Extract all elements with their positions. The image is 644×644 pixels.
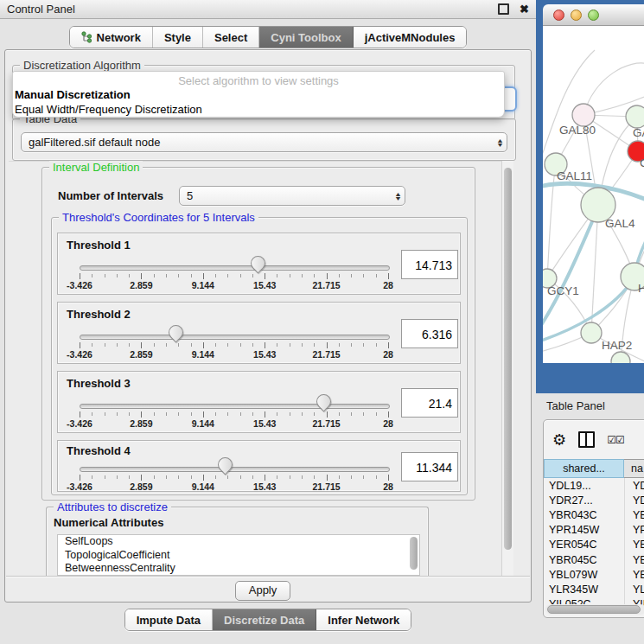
slider-track[interactable] xyxy=(80,335,390,340)
slider-major-tick xyxy=(265,273,265,279)
threshold-value-field[interactable]: 21.4 xyxy=(401,388,458,418)
cell-name: YBR0 xyxy=(624,507,644,522)
close-traffic-light-icon[interactable] xyxy=(553,10,564,21)
attribute-list-item[interactable]: SelfLoops xyxy=(58,535,419,549)
column-header-shared-name[interactable]: shared... xyxy=(544,459,624,478)
table-row[interactable]: YDR27...YDR2 xyxy=(544,493,644,507)
table-row[interactable]: YBR045CYBR0 xyxy=(544,552,644,567)
table-horizontal-scrollbar[interactable] xyxy=(545,604,644,615)
network-node[interactable] xyxy=(581,322,602,343)
number-of-intervals-label: Number of Intervals xyxy=(58,189,163,202)
column-header-name[interactable]: na xyxy=(624,459,644,478)
slider-tick-label: 2.859 xyxy=(130,481,152,492)
table-row[interactable]: YBR043CYBR0 xyxy=(544,507,644,522)
column-layout-icon[interactable] xyxy=(578,431,595,448)
tab-jactivemnodules[interactable]: jActiveMNodules xyxy=(354,27,467,48)
cell-shared-name: YDR27... xyxy=(544,494,624,507)
threshold-value-field[interactable]: 14.713 xyxy=(401,250,458,279)
slider-tick-label: 28 xyxy=(383,418,393,429)
algorithm-option[interactable]: Manual Discretization xyxy=(13,87,504,102)
slider-major-tick xyxy=(388,475,389,481)
threshold-row: Threshold 3-3.4262.8599.14415.4321.71528… xyxy=(57,371,461,433)
zoom-traffic-light-icon[interactable] xyxy=(588,10,599,21)
slider-major-tick xyxy=(203,411,204,418)
minimize-traffic-light-icon[interactable] xyxy=(571,10,582,21)
float-window-icon[interactable] xyxy=(498,3,509,15)
combo-stepper-icon: ▲▼ xyxy=(493,138,507,147)
tab-infer-network[interactable]: Infer Network xyxy=(316,609,411,630)
list-scrollbar[interactable] xyxy=(410,537,418,570)
slider-major-tick xyxy=(327,411,328,418)
cell-name: YDL1 xyxy=(624,478,644,493)
scrollbar-thumb[interactable] xyxy=(504,168,512,550)
algorithm-option[interactable]: Equal Width/Frequency Discretization xyxy=(13,102,504,117)
tab-network[interactable]: Network xyxy=(70,27,153,48)
close-icon[interactable]: ✖ xyxy=(520,3,529,15)
table-row[interactable]: YDL19...YDL1 xyxy=(544,478,644,493)
tab-cyni-toolbox[interactable]: Cyni Toolbox xyxy=(259,27,353,48)
threshold-value-field[interactable]: 11.344 xyxy=(401,452,458,481)
gear-icon[interactable]: ⚙ xyxy=(552,432,566,448)
table-row[interactable]: YPR145WYPR1 xyxy=(544,523,644,538)
cell-name: YBR0 xyxy=(624,552,644,567)
node-label: GCY1 xyxy=(547,284,579,297)
attribute-list-item[interactable]: BetweennessCentrality xyxy=(58,562,419,576)
slider-track[interactable] xyxy=(80,265,390,271)
select-columns-icon[interactable]: ☑☑ xyxy=(607,434,624,446)
number-of-intervals-combobox[interactable]: 5 ▲▼ xyxy=(179,186,405,206)
panel-title: Control Panel xyxy=(7,3,75,16)
table-row[interactable]: YER054CYER0 xyxy=(544,538,644,552)
node-label: H xyxy=(638,282,644,295)
table-data-combobox[interactable]: galFiltered.sif default node ▲▼ xyxy=(21,132,507,152)
cell-shared-name: YBR043C xyxy=(544,509,624,521)
cyni-toolbox-panel: Discretization Algorithm Select algorith… xyxy=(4,49,532,603)
slider-tick-label: 2.859 xyxy=(130,280,152,290)
panel-vertical-scrollbar[interactable] xyxy=(501,161,513,576)
threshold-label: Threshold 3 xyxy=(67,377,131,390)
slider-tick-label: -3.426 xyxy=(67,481,92,492)
table-data-group: Table Data galFiltered.sif default node … xyxy=(12,118,516,161)
table-header-row: shared... na xyxy=(544,459,644,478)
slider-major-tick xyxy=(80,475,80,481)
numerical-attributes-list[interactable]: SelfLoopsTopologicalCoefficientBetweenne… xyxy=(57,534,420,576)
table-row[interactable]: YLR345WYLR3 xyxy=(544,582,644,596)
cell-name: YDR2 xyxy=(624,493,644,507)
slider-tick-label: 9.144 xyxy=(192,418,214,429)
attribute-list-item[interactable]: TopologicalCoefficient xyxy=(58,549,419,563)
slider-track[interactable] xyxy=(80,467,390,472)
cell-shared-name: YDL19... xyxy=(544,480,624,492)
network-window-titlebar[interactable] xyxy=(543,4,644,26)
tab-select[interactable]: Select xyxy=(203,27,259,48)
slider-track[interactable] xyxy=(80,404,390,409)
network-node[interactable] xyxy=(626,105,644,128)
node-table[interactable]: shared... na YDL19...YDL1YDR27...YDR2YBR… xyxy=(544,459,644,617)
tab-style[interactable]: Style xyxy=(153,27,203,48)
top-tabbar: NetworkStyleSelectCyni ToolboxjActiveMNo… xyxy=(0,26,536,48)
node-label: GAL11 xyxy=(557,169,592,182)
panel-separator xyxy=(6,576,530,577)
slider-major-tick xyxy=(141,273,142,279)
slider-tick-label: 9.144 xyxy=(192,481,214,492)
apply-button[interactable]: Apply xyxy=(235,581,290,601)
table-row[interactable]: YBL079WYBL0 xyxy=(544,567,644,582)
threshold-value-field[interactable]: 6.316 xyxy=(401,319,458,348)
discretization-algorithm-legend: Discretization Algorithm xyxy=(20,59,144,72)
scrollbar-thumb[interactable] xyxy=(547,605,641,614)
threshold-label: Threshold 2 xyxy=(67,308,131,321)
algorithm-popup: Select algorithm to view settings Manual… xyxy=(12,71,505,118)
node-label: C xyxy=(640,156,644,169)
tab-discretize-data[interactable]: Discretize Data xyxy=(213,609,316,630)
slider-minor-ticks xyxy=(80,475,389,479)
slider-tick-label: 9.144 xyxy=(192,349,214,360)
tab-label: Cyni Toolbox xyxy=(271,31,341,44)
network-canvas[interactable]: GAL80GACGAL11GAL4GCY1HHAP2 xyxy=(543,26,644,363)
node-label: HAP2 xyxy=(602,339,632,352)
number-of-intervals-value: 5 xyxy=(187,189,391,202)
slider-tick-label: 28 xyxy=(383,349,393,360)
tab-impute-data[interactable]: Impute Data xyxy=(125,609,213,630)
cell-shared-name: YPR145W xyxy=(544,524,624,536)
cell-shared-name: YBR045C xyxy=(544,554,624,566)
thresholds-legend: Threshold's Coordinates for 5 Intervals xyxy=(59,211,258,224)
slider-major-tick xyxy=(80,342,80,348)
tab-label: jActiveMNodules xyxy=(365,31,456,44)
